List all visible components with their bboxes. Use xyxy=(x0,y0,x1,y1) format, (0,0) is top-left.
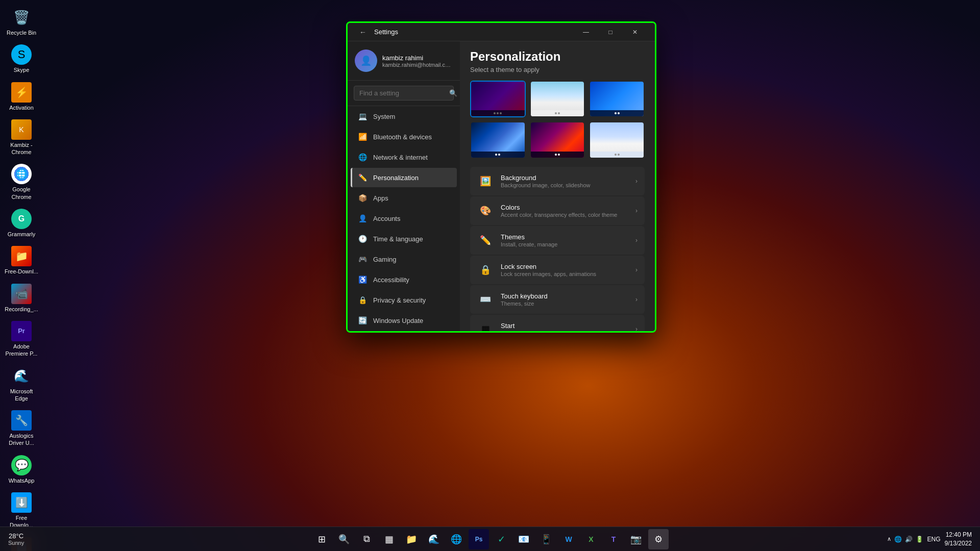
desktop-icon-whatsapp[interactable]: 💬 WhatsApp xyxy=(2,452,41,487)
settings-item-touch-keyboard[interactable]: ⌨️ Touch keyboard Themes, size › xyxy=(470,285,645,314)
sound-tray-icon[interactable]: 🔊 xyxy=(905,536,913,543)
free-download-icon: 📁 xyxy=(11,246,32,266)
nav-privacy[interactable]: 🔒 Privacy & security xyxy=(351,290,457,310)
whatsapp-taskbar-button[interactable]: 📱 xyxy=(536,529,556,549)
minimize-button[interactable]: — xyxy=(574,24,598,40)
theme-light[interactable] xyxy=(530,81,585,117)
desktop-icon-free-down2[interactable]: ⬇️ Free Downlo... xyxy=(2,489,41,532)
settings-item-colors[interactable]: 🎨 Colors Accent color, transparency effe… xyxy=(470,196,645,225)
desktop-icon-skype[interactable]: S Skype xyxy=(2,41,41,77)
touch-keyboard-text: Touch keyboard Themes, size xyxy=(501,292,628,307)
touch-keyboard-icon: ⌨️ xyxy=(477,291,494,308)
desktop-icon-activation[interactable]: ⚡ Activation xyxy=(2,79,41,114)
nav-network[interactable]: 🌐 Network & internet xyxy=(351,147,457,167)
activation-label: Activation xyxy=(9,104,34,111)
excel-button[interactable]: X xyxy=(581,529,601,549)
system-icon: 💻 xyxy=(358,112,367,121)
search-container: 🔍 xyxy=(348,81,460,106)
photos-taskbar-button[interactable]: 📷 xyxy=(626,529,646,549)
theme-dark-purple[interactable] xyxy=(470,81,526,117)
close-button[interactable]: ✕ xyxy=(623,24,647,40)
user-info: kambiz rahimi kambiz.rahimi@hotmail.com xyxy=(382,54,453,68)
theme-flower[interactable] xyxy=(530,121,585,158)
windows-update-label: Windows Update xyxy=(373,317,423,324)
theme-win11-preview xyxy=(590,82,644,116)
start-button[interactable]: ⊞ xyxy=(311,529,332,549)
window-title: Settings xyxy=(374,28,574,36)
desktop-icon-recycle-bin[interactable]: 🗑️ Recycle Bin xyxy=(2,4,41,39)
background-text: Background Background image, color, slid… xyxy=(501,174,628,188)
green-button[interactable]: ✓ xyxy=(491,529,511,549)
desktop-icon-recording[interactable]: 📹 Recording_... xyxy=(2,281,41,316)
settings-item-start[interactable]: ▦ Start Recent apps and items, folders › xyxy=(470,315,645,331)
language-indicator[interactable]: ENG xyxy=(927,536,941,543)
mail-button[interactable]: 📧 xyxy=(513,529,534,549)
panel-subtitle: Select a theme to apply xyxy=(470,66,645,73)
nav-gaming[interactable]: 🎮 Gaming xyxy=(351,249,457,269)
themes-title: Themes xyxy=(501,233,628,241)
theme-light-dot2 xyxy=(558,112,560,114)
themes-chevron: › xyxy=(635,237,638,244)
file-explorer-button[interactable]: 📁 xyxy=(401,529,422,549)
google-chrome-icon: 🌐 xyxy=(11,164,32,184)
google-chrome-label: Google Chrome xyxy=(4,186,39,201)
desktop-icon-kambiz-chrome[interactable]: K Kambiz - Chrome xyxy=(2,116,41,159)
task-view-button[interactable]: ⧉ xyxy=(356,529,377,549)
auslogics-label: Auslogics Driver U... xyxy=(4,432,39,447)
theme-win11-blue[interactable] xyxy=(589,81,645,117)
network-tray-icon[interactable]: 🌐 xyxy=(894,536,902,543)
theme-light2-preview xyxy=(590,122,644,157)
search-button[interactable]: 🔍 xyxy=(334,529,354,549)
desktop-icon-microsoft-edge[interactable]: 🌊 Microsoft Edge xyxy=(2,363,41,406)
theme-light2[interactable] xyxy=(589,121,645,158)
theme-glow[interactable] xyxy=(470,121,526,158)
desktop-icon-grammarly[interactable]: G Grammarly xyxy=(2,206,41,241)
touch-keyboard-title: Touch keyboard xyxy=(501,292,628,300)
desktop-icon-free-download[interactable]: 📁 Free-Downl... xyxy=(2,243,41,278)
colors-desc: Accent color, transparency effects, colo… xyxy=(501,212,628,218)
nav-accounts[interactable]: 👤 Accounts xyxy=(351,209,457,228)
nav-windows-update[interactable]: 🔄 Windows Update xyxy=(351,311,457,330)
back-button[interactable]: ← xyxy=(356,25,370,39)
nav-time[interactable]: 🕐 Time & language xyxy=(351,229,457,248)
settings-item-lock-screen[interactable]: 🔒 Lock screen Lock screen images, apps, … xyxy=(470,256,645,284)
panel-title: Personalization xyxy=(470,49,645,64)
user-profile[interactable]: 👤 kambiz rahimi kambiz.rahimi@hotmail.co… xyxy=(348,41,460,81)
nav-system[interactable]: 💻 System xyxy=(351,107,457,126)
nav-apps[interactable]: 📦 Apps xyxy=(351,188,457,208)
word-button[interactable]: W xyxy=(558,529,579,549)
desktop-icon-google-chrome[interactable]: 🌐 Google Chrome xyxy=(2,161,41,204)
desktop-icon-auslogics[interactable]: 🔧 Auslogics Driver U... xyxy=(2,407,41,450)
desktop-icon-adobe-premiere[interactable]: Pr Adobe Premiere P... xyxy=(2,318,41,361)
taskbar-center: ⊞ 🔍 ⧉ ▦ 📁 🌊 🌐 Ps ✓ 📧 📱 W X T 📷 ⚙ xyxy=(311,529,669,549)
photoshop-button[interactable]: Ps xyxy=(469,529,489,549)
nav-accessibility[interactable]: ♿ Accessibility xyxy=(351,270,457,289)
teams-button[interactable]: T xyxy=(603,529,624,549)
theme-glow-taskbar xyxy=(471,152,525,158)
chrome-taskbar-button[interactable]: 🌐 xyxy=(446,529,467,549)
background-chevron: › xyxy=(635,178,638,185)
recycle-bin-icon: 🗑️ xyxy=(11,7,32,28)
gaming-label: Gaming xyxy=(373,256,397,263)
edge-button[interactable]: 🌊 xyxy=(424,529,444,549)
battery-tray-icon[interactable]: 🔋 xyxy=(916,536,923,543)
start-title: Start xyxy=(501,322,628,330)
settings-item-themes[interactable]: ✏️ Themes Install, create, manage › xyxy=(470,226,645,255)
theme-win11-dot2 xyxy=(618,112,620,114)
settings-taskbar-button[interactable]: ⚙ xyxy=(648,529,669,549)
clock[interactable]: 12:40 PM 9/13/2022 xyxy=(945,531,972,548)
maximize-button[interactable]: □ xyxy=(599,24,622,40)
nav-personalization[interactable]: ✏️ Personalization xyxy=(351,168,457,187)
settings-item-background[interactable]: 🖼️ Background Background image, color, s… xyxy=(470,167,645,195)
bluetooth-icon: 📶 xyxy=(358,132,367,141)
widgets-button[interactable]: ▦ xyxy=(379,529,399,549)
weather-widget[interactable]: 28°C Sunny xyxy=(8,532,24,546)
search-input[interactable] xyxy=(359,89,445,97)
time-icon: 🕐 xyxy=(358,234,367,243)
chevron-up-icon[interactable]: ∧ xyxy=(887,536,891,542)
nav-bluetooth[interactable]: 📶 Bluetooth & devices xyxy=(351,127,457,146)
system-label: System xyxy=(373,113,395,120)
lock-screen-desc: Lock screen images, apps, animations xyxy=(501,271,628,277)
microsoft-edge-icon: 🌊 xyxy=(11,366,32,386)
lock-screen-title: Lock screen xyxy=(501,263,628,270)
